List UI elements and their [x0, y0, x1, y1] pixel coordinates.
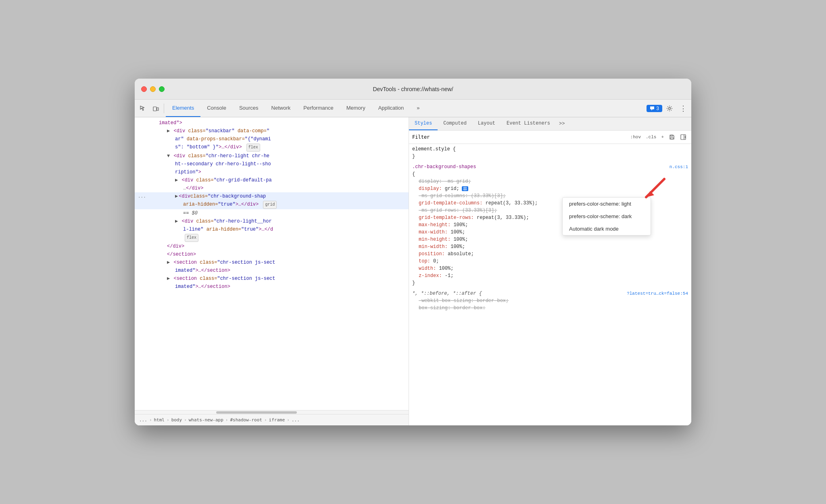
close-button[interactable] [141, 86, 147, 92]
css-rule-universal: *, *::before, *::after { ?latest=tru…ck=… [412, 290, 688, 312]
dom-line: ht--secondary chr-hero-light--sho [135, 160, 409, 168]
tab-console[interactable]: Console [200, 100, 233, 117]
svg-rect-0 [153, 107, 156, 111]
tab-performance[interactable]: Performance [297, 100, 340, 117]
toolbar-right: 3 ⋮ [647, 102, 690, 115]
window-title: DevTools - chrome://whats-new/ [373, 86, 453, 92]
svg-rect-5 [681, 135, 686, 140]
dom-line-selected: ... ▶ <div class="chr-background-shap [135, 192, 409, 200]
toggle-sidebar-button[interactable] [678, 132, 688, 142]
svg-point-2 [669, 107, 671, 109]
dom-line: ▶ <div class="snackbar" data-comp=" [135, 127, 409, 135]
css-rule-element-style: element.style { } [412, 146, 688, 160]
dom-line: imated"> [135, 119, 409, 127]
inspect-element-button[interactable] [136, 102, 149, 115]
color-scheme-dropdown: prefers-color-scheme: light prefers-colo… [562, 197, 651, 235]
tab-memory[interactable]: Memory [340, 100, 372, 117]
dropdown-item-auto[interactable]: Automatic dark mode [563, 223, 651, 235]
elements-content[interactable]: imated"> ▶ <div class="snackbar" data-co… [135, 117, 409, 410]
tab-event-listeners[interactable]: Event Listeners [501, 117, 556, 130]
tab-layout[interactable]: Layout [472, 117, 501, 130]
elements-scrollbar[interactable] [135, 410, 409, 414]
dom-line: </section> [135, 250, 409, 258]
red-arrow-annotation [642, 177, 666, 201]
toolbar-divider [164, 104, 164, 113]
styles-filter-input[interactable] [412, 134, 627, 140]
dom-line-dollar: == $0 [135, 209, 409, 217]
dropdown-item-light[interactable]: prefers-color-scheme: light [563, 198, 651, 210]
styles-panel: Styles Computed Layout Event Listeners >… [409, 117, 691, 425]
tab-network[interactable]: Network [265, 100, 297, 117]
titlebar: DevTools - chrome://whats-new/ [135, 79, 691, 100]
styles-filter-bar: :hov .cls + [409, 131, 691, 144]
save-styles-button[interactable] [667, 132, 677, 142]
chat-badge[interactable]: 3 [647, 105, 662, 112]
breadcrumb-body[interactable]: body [170, 417, 184, 423]
tab-sources[interactable]: Sources [233, 100, 265, 117]
tab-elements[interactable]: Elements [166, 100, 200, 117]
dom-line: imated">…</section> [135, 283, 409, 291]
main-content: imated"> ▶ <div class="snackbar" data-co… [135, 117, 691, 425]
tab-more-button[interactable]: » [410, 100, 426, 117]
styles-tabs: Styles Computed Layout Event Listeners >… [409, 117, 691, 131]
svg-rect-4 [671, 135, 673, 136]
dom-line: s": "bottom" }">…</div> flex [135, 143, 409, 152]
breadcrumb-iframe[interactable]: iframe [268, 417, 286, 423]
maximize-button[interactable] [159, 86, 165, 92]
device-toggle-button[interactable] [149, 102, 162, 115]
dom-line: ▶ <div class="chr-grid-default-pa [135, 176, 409, 184]
dom-line: ▶ <div class="chr-hero-light__hor [135, 217, 409, 225]
devtools-window: DevTools - chrome://whats-new/ Eleme [135, 79, 691, 425]
dom-line: ription"> [135, 168, 409, 176]
tab-application[interactable]: Application [372, 100, 411, 117]
tab-styles[interactable]: Styles [409, 117, 438, 130]
devtools-body: Elements Console Sources Network Perform… [135, 100, 691, 425]
settings-button[interactable] [663, 102, 676, 115]
dom-line: …</div> [135, 184, 409, 192]
dom-line: ar" data-props-snackbar="{"dynami [135, 135, 409, 143]
breadcrumb-end-ellipsis[interactable]: ... [290, 417, 301, 423]
hov-button[interactable]: :hov [629, 134, 642, 140]
dropdown-item-dark[interactable]: prefers-color-scheme: dark [563, 210, 651, 223]
dom-line: </div> [135, 242, 409, 250]
dom-line: ▶ <section class="chr-section js-sect [135, 258, 409, 267]
dom-line: ▼ <div class="chr-hero-light chr-he [135, 152, 409, 160]
tab-computed[interactable]: Computed [438, 117, 472, 130]
traffic-lights [141, 86, 165, 92]
svg-rect-1 [157, 108, 159, 110]
dom-line: ▶ <section class="chr-section js-sect [135, 275, 409, 283]
dom-line-selected-2: aria-hidden="true">…</div> grid [135, 200, 409, 209]
breadcrumb-bar: ... › html › body › whats-new-app › #sha… [135, 414, 409, 425]
dom-line-flex-badge: flex [135, 233, 409, 242]
more-options-button[interactable]: ⋮ [677, 102, 690, 115]
minimize-button[interactable] [150, 86, 156, 92]
tab-bar: Elements Console Sources Network Perform… [166, 100, 426, 117]
elements-panel: imated"> ▶ <div class="snackbar" data-co… [135, 117, 409, 425]
dom-line: l-line" aria-hidden="true">…</d [135, 225, 409, 233]
breadcrumb-ellipsis[interactable]: ... [138, 417, 148, 423]
scrollbar-thumb[interactable] [216, 411, 297, 414]
devtools-toolbar: Elements Console Sources Network Perform… [135, 100, 691, 117]
dom-line: imated">…</section> [135, 267, 409, 275]
cls-button[interactable]: .cls [644, 134, 658, 140]
breadcrumb-html[interactable]: html [153, 417, 166, 423]
breadcrumb-whats-new-app[interactable]: whats-new-app [188, 417, 225, 423]
breadcrumb-shadow-root[interactable]: #shadow-root [229, 417, 263, 423]
svg-rect-3 [671, 137, 673, 139]
plus-button[interactable]: + [659, 134, 665, 140]
styles-tab-more[interactable]: >> [557, 118, 567, 130]
